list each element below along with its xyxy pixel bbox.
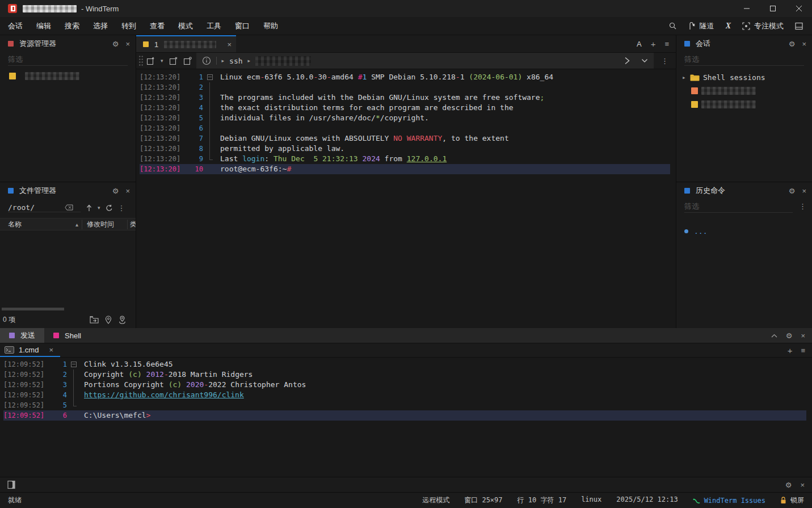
location-pin-icon[interactable] [105, 316, 112, 324]
terminal-tab[interactable]: 1 × [136, 35, 236, 52]
line-number: 3 [47, 380, 67, 390]
cmd-tab[interactable]: 1.cmd × [0, 343, 60, 357]
windterm-issues-label: WindTerm Issues [704, 497, 765, 505]
gear-icon[interactable]: ⚙ [789, 40, 796, 48]
explorer-session-item[interactable] [0, 69, 136, 83]
collapse-panel-icon[interactable] [771, 334, 777, 338]
protocol-label[interactable]: ssh [229, 57, 242, 65]
fold-marker[interactable] [205, 72, 215, 82]
menu-item-4[interactable]: 转到 [115, 17, 143, 35]
pane-icon[interactable] [7, 480, 16, 489]
tab-close-icon[interactable]: × [227, 41, 232, 48]
close-icon[interactable]: × [801, 332, 805, 339]
line-text: Portions Copyright (c) 2020-2022 Christo… [84, 380, 306, 390]
tab-list-icon[interactable]: ≡ [664, 40, 669, 48]
menu-item-9[interactable]: 帮助 [256, 17, 285, 35]
focus-mode-button[interactable]: 专注模式 [742, 21, 784, 31]
breadcrumb-arrow-icon: ▸ [248, 58, 251, 64]
cmd-terminal[interactable]: [12:09:52]1Clink v1.3.15.6e6e45[12:09:52… [0, 358, 812, 477]
chevron-down-icon[interactable] [641, 58, 648, 63]
tab-send[interactable]: 发送 [0, 328, 44, 343]
redacted-session-name [25, 72, 79, 80]
layout-icon[interactable] [795, 22, 803, 30]
sessions-folder[interactable]: ▸ Shell sessions [676, 70, 812, 84]
new-session-icon[interactable] [146, 57, 155, 65]
column-name[interactable]: 名称 [8, 220, 22, 229]
cmd-tab-list-icon[interactable]: ≡ [801, 347, 805, 354]
session-item[interactable] [676, 98, 812, 111]
menu-item-3[interactable]: 选择 [86, 17, 115, 35]
menu-item-1[interactable]: 编辑 [30, 17, 58, 35]
timestamp: [12:13:20] [140, 82, 183, 93]
history-kebab-icon[interactable]: ⋮ [799, 203, 807, 210]
close-icon[interactable]: × [802, 187, 806, 195]
close-icon[interactable]: × [802, 40, 806, 48]
open-folder-icon[interactable] [90, 316, 99, 324]
menu-item-8[interactable]: 窗口 [228, 17, 256, 35]
horizontal-scrollbar[interactable] [0, 307, 136, 311]
lock-screen-button[interactable]: 锁屏 [780, 496, 804, 505]
maximize-button[interactable] [760, 0, 786, 17]
kebab-menu-icon[interactable]: ⋮ [118, 204, 125, 212]
font-size-button[interactable]: A [637, 40, 642, 48]
address-bar[interactable]: ▸ ssh ▸ [196, 53, 654, 69]
up-dropdown-icon[interactable]: ▾ [98, 205, 100, 211]
close-session-icon[interactable] [169, 57, 178, 65]
info-icon[interactable] [202, 56, 211, 65]
history-item[interactable]: ... [676, 225, 812, 237]
menu-item-2[interactable]: 搜索 [58, 17, 86, 35]
menu-item-7[interactable]: 工具 [200, 17, 228, 35]
session-item[interactable] [676, 84, 812, 98]
drag-handle[interactable] [138, 55, 144, 66]
sessions-filter-input[interactable] [684, 55, 804, 64]
gear-icon[interactable]: ⚙ [785, 481, 792, 489]
x-social-link[interactable]: X [726, 22, 731, 31]
toolbar-kebab-icon[interactable]: ⋮ [654, 57, 676, 65]
windterm-logo-icon [8, 4, 17, 13]
status-item-2: 行 10 字符 17 [518, 496, 567, 505]
send-tab-label: 发送 [20, 330, 35, 341]
new-session-dropdown-icon[interactable]: ▾ [161, 58, 163, 64]
file-list[interactable] [0, 230, 136, 307]
detach-session-icon[interactable] [183, 57, 192, 65]
file-list-header[interactable]: 名称▴ 修改时间 类型 [0, 218, 136, 230]
column-type[interactable]: 类型 [128, 220, 136, 229]
track-location-icon[interactable] [118, 316, 127, 324]
tab-shell[interactable]: Shell [44, 328, 90, 343]
clear-path-icon[interactable] [65, 204, 73, 211]
tree-expand-icon[interactable]: ▸ [682, 74, 690, 81]
gear-icon[interactable]: ⚙ [112, 187, 119, 195]
close-icon[interactable]: × [800, 481, 805, 489]
line-number: 3 [183, 93, 203, 103]
windterm-issues-link[interactable]: WindTerm Issues [693, 497, 765, 505]
menu-item-0[interactable]: 会话 [1, 17, 30, 35]
gear-icon[interactable]: ⚙ [112, 40, 119, 48]
run-icon[interactable] [622, 56, 632, 65]
fold-marker[interactable] [69, 359, 79, 370]
menu-item-6[interactable]: 模式 [171, 17, 200, 35]
cmd-tab-label: 1.cmd [19, 346, 39, 354]
new-cmd-tab-icon[interactable]: + [788, 346, 793, 355]
minimize-button[interactable] [734, 0, 760, 17]
path-input[interactable] [8, 203, 65, 212]
search-icon[interactable] [668, 22, 677, 30]
main-terminal[interactable]: [12:13:20]1Linux ecm-63f6 5.10.0-30-amd6… [136, 69, 676, 328]
gear-icon[interactable]: ⚙ [789, 187, 796, 195]
close-button[interactable] [786, 0, 812, 17]
line-text: C:\Users\mefcl> [84, 410, 150, 421]
close-icon[interactable]: × [125, 187, 130, 195]
close-icon[interactable]: × [125, 40, 130, 48]
history-item-label: ... [694, 227, 707, 236]
menu-item-5[interactable]: 查看 [143, 17, 171, 35]
redacted-host[interactable] [255, 56, 311, 66]
gear-icon[interactable]: ⚙ [786, 332, 793, 339]
cmd-tab-close-icon[interactable]: × [49, 346, 53, 354]
new-tab-icon[interactable]: + [651, 40, 656, 48]
history-filter-input[interactable] [684, 202, 793, 211]
up-directory-icon[interactable] [86, 204, 92, 212]
line-number: 1 [183, 72, 203, 82]
refresh-icon[interactable] [106, 204, 113, 212]
tunnel-button[interactable]: 隧道 [688, 21, 714, 31]
explorer-filter-input[interactable] [8, 55, 128, 64]
column-mtime[interactable]: 修改时间 [82, 220, 128, 229]
